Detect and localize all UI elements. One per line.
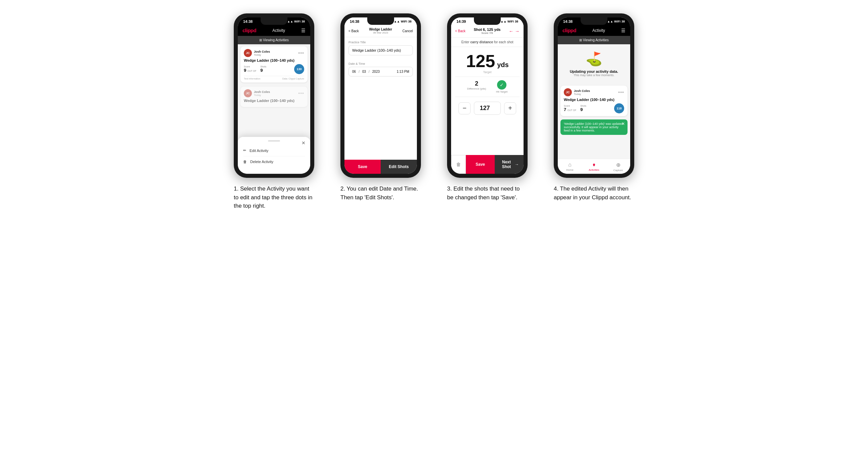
user-info-2: Josh Coles Today xyxy=(254,90,270,97)
avatar-1: JC xyxy=(244,49,252,57)
save-shot-button[interactable]: Save xyxy=(466,155,495,174)
date-sep-1: / xyxy=(359,70,360,73)
tab-home[interactable]: ⌂ Home xyxy=(558,159,582,174)
nav-subtitle-2: 06 Mar 2023 xyxy=(369,31,393,34)
back-button-3[interactable]: < Back xyxy=(455,29,466,33)
card-title-1: Wedge Ladder (100–140 yds) xyxy=(244,58,304,62)
edit-activity-item[interactable]: ✏ Edit Activity xyxy=(243,145,305,156)
user-date-4: Today xyxy=(574,93,590,96)
next-shot-button[interactable]: Next Shot → xyxy=(495,155,524,174)
dots-menu-1[interactable]: ••• xyxy=(298,50,304,56)
viewing-bar-4: ⊞ Viewing Activities xyxy=(558,36,630,44)
phone-container-3: 14:39 ▲▲ WiFi 38 < Back Shot 6, 125 yds … xyxy=(439,13,536,201)
user-name-4: Josh Coles xyxy=(574,89,590,93)
bottom-sheet-1: ✕ ✏ Edit Activity 🗑 Delete Activity xyxy=(238,137,310,174)
nav-bar-2: < Back Wedge Ladder 06 Mar 2023 Cancel xyxy=(344,25,417,37)
status-time-3: 14:39 xyxy=(457,20,466,24)
status-icons-4: ▲▲ WiFi 38 xyxy=(607,20,625,23)
hamburger-icon-4[interactable]: ☰ xyxy=(621,28,625,33)
card-header-1: JC Josh Coles Today ••• xyxy=(244,49,304,57)
capture-icon: ⊕ xyxy=(616,162,620,168)
card-user-row-1: JC Josh Coles Today xyxy=(244,49,270,57)
shot-bottom-btns: 🗑 Save Next Shot → xyxy=(451,155,524,174)
phone-container-1: 14:38 ▲▲ WiFi 38 clippd Activity ☰ ⊞ Vie… xyxy=(225,13,323,210)
dots-menu-2[interactable]: ••• xyxy=(298,91,304,96)
card-stats-4: Score 7 OUT OF Shots 9 118 xyxy=(564,103,624,114)
increment-button[interactable]: + xyxy=(504,102,516,115)
user-date-2: Today xyxy=(254,94,270,97)
tab-capture-label: Capture xyxy=(614,169,623,172)
phone-notch-3 xyxy=(474,18,501,25)
updating-title: Updating your activity data. xyxy=(570,69,618,73)
save-button-2[interactable]: Save xyxy=(344,160,381,174)
card-header-4: JC Josh Coles Today ••• xyxy=(564,88,624,96)
cancel-button-2[interactable]: Cancel xyxy=(402,29,413,33)
date-time-row[interactable]: 06 / 03 / 2023 1:13 PM xyxy=(348,67,413,76)
hit-target-metric: ✓ Hit Target xyxy=(496,80,507,93)
app-logo-4: clippd xyxy=(562,28,576,33)
date-sep-2: / xyxy=(369,70,370,73)
tab-capture[interactable]: ⊕ Capture xyxy=(606,159,630,174)
hit-target-icon: ✓ xyxy=(497,80,506,90)
app-logo-1: clippd xyxy=(243,28,256,33)
phone-screen-2: 14:38 ▲▲ WiFi 38 < Back Wedge Ladder 06 … xyxy=(344,18,417,174)
home-icon: ⌂ xyxy=(568,162,571,168)
big-yds: 125 yds xyxy=(466,52,508,70)
card-user-row-4: JC Josh Coles Today xyxy=(564,88,590,96)
delete-activity-label: Delete Activity xyxy=(250,160,273,164)
dots-menu-4[interactable]: ••• xyxy=(618,90,624,95)
shot-header: Shot 6, 125 yds xyxy=(473,28,500,32)
date-time-label: Date & Time xyxy=(348,62,413,65)
card-stats-1: Score 9 OUT OF Shots 9 130 xyxy=(244,64,304,74)
shot-instruction: Enter carry distance for each shot xyxy=(451,38,524,47)
screen-content-4: ⛳ Updating your activity data. This may … xyxy=(558,44,630,174)
phone-screen-1: 14:38 ▲▲ WiFi 38 clippd Activity ☰ ⊞ Vie… xyxy=(238,18,310,174)
phone-screen-3: 14:39 ▲▲ WiFi 38 < Back Shot 6, 125 yds … xyxy=(451,18,524,174)
phone-4: 14:38 ▲▲ WiFi 38 clippd Activity ☰ ⊞ Vie… xyxy=(554,13,634,178)
viewing-bar-1: ⊞ Viewing Activities xyxy=(238,36,310,44)
sheet-handle-1 xyxy=(268,140,280,142)
prev-shot-arrow[interactable]: ← xyxy=(509,29,514,34)
difference-metric: 2 Difference (yds) xyxy=(467,80,486,93)
sheet-close-icon-1[interactable]: ✕ xyxy=(302,140,306,146)
avatar-4: JC xyxy=(564,88,572,96)
shot-value-input[interactable] xyxy=(474,102,501,115)
phone-2: 14:38 ▲▲ WiFi 38 < Back Wedge Ladder 06 … xyxy=(340,13,421,178)
tab-activities[interactable]: ♦ Activities xyxy=(582,159,606,174)
user-info-1: Josh Coles Today xyxy=(254,50,270,56)
form-section-datetime: Date & Time 06 / 03 / 2023 1:13 PM xyxy=(344,59,417,80)
activities-icon: ♦ xyxy=(593,162,595,168)
hamburger-icon-1[interactable]: ☰ xyxy=(301,28,306,33)
date-year: 2023 xyxy=(372,70,380,73)
shot-title-center: Shot 6, 125 yds Score 7/9 xyxy=(473,28,500,35)
card-user-row-2: JC Josh Coles Today xyxy=(244,89,270,97)
app-title-4: Activity xyxy=(592,28,605,33)
golf-icon: ⛳ xyxy=(586,51,602,67)
edit-activity-label: Edit Activity xyxy=(250,149,268,153)
next-shot-arrow[interactable]: → xyxy=(515,29,520,34)
form-section-title: Practice Title xyxy=(344,37,417,59)
card-title-2: Wedge Ladder (100–140 yds) xyxy=(244,99,304,103)
date-day: 06 xyxy=(352,70,356,73)
shot-quality-badge-4: 118 xyxy=(614,103,624,114)
practice-title-label: Practice Title xyxy=(348,40,413,44)
toast-close-icon[interactable]: ✕ xyxy=(621,121,625,126)
decrement-button[interactable]: − xyxy=(459,102,470,115)
distance-number: 125 xyxy=(466,52,495,70)
difference-val: 2 xyxy=(467,80,486,87)
phone-screen-4: 14:38 ▲▲ WiFi 38 clippd Activity ☰ ⊞ Vie… xyxy=(558,18,630,174)
phone-notch-2 xyxy=(367,18,394,25)
delete-activity-item[interactable]: 🗑 Delete Activity xyxy=(243,156,305,167)
user-info-4: Josh Coles Today xyxy=(574,89,590,96)
success-toast: 'Wedge Ladder (100–140 yds)' was updated… xyxy=(560,119,627,135)
status-time-4: 14:38 xyxy=(563,20,572,24)
edit-shots-button[interactable]: Edit Shots xyxy=(381,160,417,174)
practice-title-input[interactable] xyxy=(348,45,413,55)
screenshots-row: 14:38 ▲▲ WiFi 38 clippd Activity ☰ ⊞ Vie… xyxy=(216,13,652,210)
status-icons-3: ▲▲ WiFi 38 xyxy=(500,20,518,23)
back-button-2[interactable]: < Back xyxy=(348,29,359,33)
phone-3: 14:39 ▲▲ WiFi 38 < Back Shot 6, 125 yds … xyxy=(447,13,528,178)
delete-shot-button[interactable]: 🗑 xyxy=(451,155,466,174)
status-icons-1: ▲▲ WiFi 38 xyxy=(287,20,305,23)
updating-sub: This may take a few moments. xyxy=(574,73,615,77)
